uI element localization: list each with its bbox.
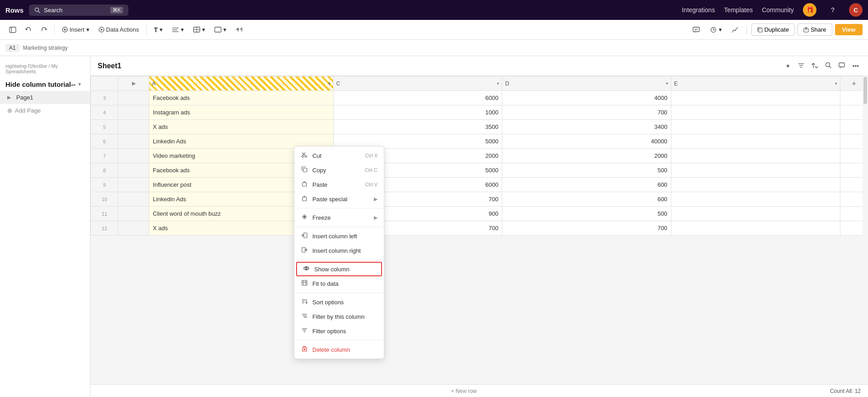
cell-c[interactable]: 3500 xyxy=(333,120,502,134)
menu-item-delete-column[interactable]: Delete column xyxy=(294,342,384,357)
scroll-thumb[interactable] xyxy=(863,77,867,104)
add-page-button[interactable]: ⊕ Add Page xyxy=(0,104,90,117)
cell-d[interactable]: 500 xyxy=(502,207,671,221)
menu-item-insert-col-right[interactable]: Insert column right xyxy=(294,243,384,258)
col-a-expand[interactable]: ▾ xyxy=(328,81,330,86)
cell-a[interactable]: Facebook ads xyxy=(149,91,334,105)
filter-tool-button[interactable] xyxy=(796,61,806,71)
cell-e[interactable] xyxy=(671,120,840,134)
row-number: 8 xyxy=(91,163,118,178)
cell-e[interactable] xyxy=(671,207,840,221)
function-button[interactable] xyxy=(232,24,246,35)
text-format-button[interactable]: T ▾ xyxy=(151,24,167,36)
col-d-header[interactable]: D ▾ xyxy=(502,76,671,91)
menu-item-paste[interactable]: PasteCtrl V xyxy=(294,177,384,192)
cell-d[interactable]: 3400 xyxy=(502,120,671,134)
help-button[interactable]: ? xyxy=(826,3,840,17)
menu-item-filter-options[interactable]: Filter options xyxy=(294,324,384,338)
more-options-button[interactable]: ••• xyxy=(850,61,861,71)
col-a-header[interactable]: A ▾ xyxy=(149,76,334,91)
cell-d[interactable]: 700 xyxy=(502,221,671,236)
row-expand-cell xyxy=(118,207,149,221)
cell-e[interactable] xyxy=(671,149,840,163)
svg-point-31 xyxy=(302,156,303,157)
redo-button[interactable] xyxy=(37,24,51,35)
cell-c[interactable]: 1000 xyxy=(333,105,502,120)
menu-item-freeze[interactable]: Freeze▶ xyxy=(294,210,384,225)
sidebar-toggle-button[interactable] xyxy=(5,24,20,36)
cell-d[interactable]: 500 xyxy=(502,163,671,178)
cell-c[interactable]: 6000 xyxy=(333,91,502,105)
cell-d[interactable]: 40000 xyxy=(502,134,671,149)
integrations-link[interactable]: Integrations xyxy=(682,6,715,14)
cell-format-button[interactable]: ▾ xyxy=(189,24,209,35)
chart-button[interactable] xyxy=(728,24,742,35)
cell-e[interactable] xyxy=(671,134,840,149)
col-c-filter[interactable]: ▾ xyxy=(497,81,499,86)
community-link[interactable]: Community xyxy=(762,6,794,14)
add-row-btn[interactable]: + New row xyxy=(451,388,476,394)
cell-e[interactable] xyxy=(671,91,840,105)
toolbar-right: ▾ Duplicate Share View xyxy=(689,24,863,36)
cell-e[interactable] xyxy=(671,192,840,207)
menu-item-sort-options-label: Sort options xyxy=(312,299,344,306)
comment-tool-button[interactable] xyxy=(837,61,847,71)
search-button[interactable]: Search ⌘K xyxy=(29,5,128,16)
insert-button[interactable]: Insert ▾ xyxy=(58,24,93,35)
col-d-filter[interactable]: ▾ xyxy=(666,81,668,86)
share-button[interactable]: Share xyxy=(797,24,832,36)
search-icon xyxy=(34,7,40,13)
col-e-label: E xyxy=(674,80,678,87)
cell-e[interactable] xyxy=(671,163,840,178)
menu-item-paste-special[interactable]: Paste special▶ xyxy=(294,192,384,206)
row-expand-cell xyxy=(118,192,149,207)
cell-e[interactable] xyxy=(671,105,840,120)
nav-left: Rows Search ⌘K xyxy=(5,5,128,16)
data-actions-button[interactable]: Data Actions xyxy=(95,24,143,35)
view-button[interactable]: View xyxy=(835,24,863,35)
menu-item-fit-to-data[interactable]: Fit to data xyxy=(294,276,384,291)
history-button[interactable]: ▾ xyxy=(706,24,726,35)
col-c-header[interactable]: C ▾ xyxy=(333,76,502,91)
menu-item-cut[interactable]: CutCtrl X xyxy=(294,148,384,163)
cell-d[interactable]: 600 xyxy=(502,192,671,207)
comment-button[interactable] xyxy=(689,24,703,35)
sparkle-tool-button[interactable]: ✦ xyxy=(783,61,793,71)
menu-item-copy[interactable]: CopyCtrl C xyxy=(294,163,384,177)
menu-item-cut-label: Cut xyxy=(312,152,321,159)
menu-item-sort-options[interactable]: Sort options xyxy=(294,295,384,309)
sidebar-title-caret: ▾ xyxy=(78,81,81,87)
cell-d[interactable]: 2000 xyxy=(502,149,671,163)
menu-item-paste-special-label: Paste special xyxy=(312,196,347,203)
cell-e[interactable] xyxy=(671,178,840,192)
align-button[interactable]: ▾ xyxy=(168,24,188,35)
svg-rect-17 xyxy=(693,27,699,32)
cell-d[interactable]: 4000 xyxy=(502,91,671,105)
border-button[interactable]: ▾ xyxy=(211,24,230,35)
row-expand-cell xyxy=(118,134,149,149)
cell-a[interactable]: Instagram ads xyxy=(149,105,334,120)
cell-a[interactable]: X ads xyxy=(149,120,334,134)
cell-d[interactable]: 600 xyxy=(502,178,671,192)
cell-e[interactable] xyxy=(671,221,840,236)
menu-item-filter-by-column-label: Filter by this column xyxy=(312,313,365,320)
duplicate-button[interactable]: Duplicate xyxy=(751,24,795,36)
sort-tool-button[interactable] xyxy=(810,61,820,71)
gift-button[interactable]: 🎁 xyxy=(803,3,816,17)
menu-item-filter-by-column[interactable]: Filter by this column xyxy=(294,309,384,324)
col-e-filter[interactable]: ▾ xyxy=(835,81,837,86)
undo-button[interactable] xyxy=(22,24,35,35)
count-status: Count All: 12 xyxy=(830,388,861,394)
menu-item-show-column[interactable]: Show column xyxy=(296,262,382,276)
sidebar-breadcrumb: nightwing-f1fec6be / My Spreadsheets xyxy=(0,61,90,78)
scroll-track[interactable] xyxy=(863,76,868,384)
user-avatar[interactable]: C xyxy=(849,3,863,17)
duplicate-label: Duplicate xyxy=(764,26,789,33)
menu-item-insert-col-left[interactable]: Insert column left xyxy=(294,229,384,243)
cell-d[interactable]: 700 xyxy=(502,105,671,120)
templates-link[interactable]: Templates xyxy=(724,6,753,14)
sidebar-item-page1[interactable]: ▶ Page1 xyxy=(0,91,90,104)
search-tool-button[interactable] xyxy=(823,60,833,71)
col-e-header[interactable]: E ▾ xyxy=(671,76,840,91)
svg-point-32 xyxy=(305,156,307,157)
